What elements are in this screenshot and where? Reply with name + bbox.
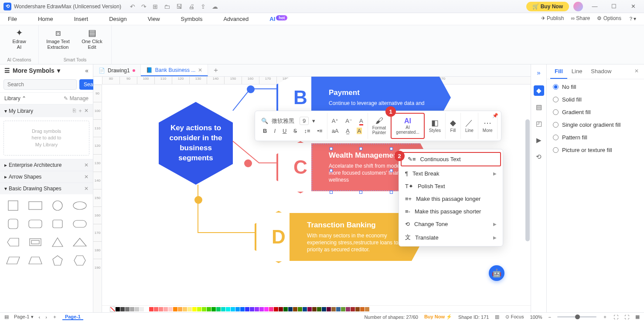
- color-swatch[interactable]: [202, 307, 206, 311]
- shape-frame[interactable]: [26, 234, 45, 250]
- menu-ai[interactable]: AIhot: [269, 16, 287, 22]
- shape-triangle-wide[interactable]: [70, 234, 89, 250]
- doc-tab-drawing1[interactable]: 📄Drawing1: [93, 64, 141, 76]
- color-swatch[interactable]: [168, 307, 173, 311]
- zoom-in-icon[interactable]: ＋: [603, 314, 607, 320]
- fill-option-gradient[interactable]: Gradient fill: [553, 109, 638, 115]
- line-spacing-button[interactable]: ↕≡: [302, 127, 312, 135]
- focus-mode[interactable]: ⊙ Focus: [505, 314, 524, 320]
- page-tab[interactable]: Page-1: [62, 314, 83, 320]
- fill-option-solid[interactable]: Solid fill: [553, 96, 638, 103]
- color-swatch[interactable]: [264, 307, 269, 311]
- color-swatch[interactable]: [274, 307, 278, 311]
- menu-file[interactable]: File: [8, 16, 17, 22]
- more-symbols-label[interactable]: More Symbols: [13, 67, 55, 74]
- manage-button[interactable]: ✎ Manage: [64, 95, 89, 101]
- diagram-title-hex[interactable]: Key actions to consider in the business …: [159, 102, 233, 185]
- page-list-icon[interactable]: ▤: [4, 314, 9, 320]
- publish-button[interactable]: ✈ Publish: [541, 15, 564, 23]
- color-swatch[interactable]: [312, 307, 317, 311]
- case-button[interactable]: aA: [330, 127, 341, 135]
- color-swatch[interactable]: [226, 307, 230, 311]
- color-swatch[interactable]: [298, 307, 302, 311]
- color-swatch[interactable]: [355, 307, 360, 311]
- color-swatch[interactable]: [259, 307, 264, 311]
- prev-page-icon[interactable]: ‹: [39, 314, 41, 320]
- close-lib-icon[interactable]: ✕: [84, 108, 89, 114]
- fit-page-icon[interactable]: ⛶: [613, 314, 618, 320]
- color-swatch[interactable]: [245, 307, 249, 311]
- fill-option-single-gradient[interactable]: Single color gradient fill: [553, 122, 638, 128]
- color-swatch[interactable]: [149, 307, 153, 311]
- page-dropdown[interactable]: Page-1 ▾: [14, 314, 34, 320]
- symbol-search-input[interactable]: [3, 79, 77, 90]
- user-avatar[interactable]: [573, 2, 583, 11]
- color-swatch[interactable]: [159, 307, 163, 311]
- layers-icon[interactable]: ▥: [495, 314, 499, 320]
- close-panel-icon[interactable]: ✕: [633, 64, 641, 79]
- menu-design[interactable]: Design: [109, 16, 126, 22]
- shape-pentagon[interactable]: [48, 253, 68, 268]
- library-label[interactable]: Library ⌃: [4, 95, 26, 101]
- color-swatch[interactable]: [279, 307, 283, 311]
- zoom-value[interactable]: 100%: [530, 314, 542, 320]
- style-panel-icon[interactable]: ◆: [534, 85, 544, 96]
- font-decrease-button[interactable]: A⁻: [344, 117, 354, 125]
- no-color-swatch[interactable]: [110, 307, 115, 312]
- text-fx-button[interactable]: A̲: [344, 127, 351, 135]
- color-swatch[interactable]: [288, 307, 293, 311]
- color-swatch[interactable]: [269, 307, 273, 311]
- add-page-icon[interactable]: ＋: [52, 314, 57, 320]
- menu-make-longer[interactable]: ≡+Make this passage longer: [399, 193, 503, 205]
- menu-translate[interactable]: 文Translate▶: [399, 230, 503, 244]
- tab-line[interactable]: Line: [567, 64, 587, 79]
- menu-insert[interactable]: Insert: [74, 16, 89, 22]
- menu-continuous-text[interactable]: ✎≡Continuous Text: [401, 152, 501, 166]
- selection-handle[interactable]: [390, 147, 393, 150]
- maximize-button[interactable]: ☐: [607, 1, 621, 12]
- fill-option-picture[interactable]: Picture or texture fill: [553, 147, 638, 153]
- color-swatch[interactable]: [360, 307, 365, 311]
- color-swatch[interactable]: [135, 307, 139, 311]
- color-swatch[interactable]: [255, 307, 259, 311]
- sheet-panel-icon[interactable]: ◰: [534, 118, 544, 129]
- doc-tab-bank-business[interactable]: 📘Bank Business ...✕: [141, 64, 208, 76]
- canvas[interactable]: Key actions to consider in the business …: [102, 84, 531, 312]
- color-swatch[interactable]: [365, 307, 369, 311]
- selection-handle[interactable]: [330, 191, 333, 194]
- color-swatch[interactable]: [351, 307, 355, 311]
- bold-button[interactable]: B: [261, 127, 269, 135]
- redo-icon[interactable]: ↷: [141, 3, 147, 10]
- ai-generated-button[interactable]: AIAI generated...: [391, 113, 424, 139]
- shape-tag[interactable]: [3, 234, 23, 250]
- selection-handle[interactable]: [390, 191, 393, 194]
- styles-button[interactable]: ◧Styles: [425, 113, 446, 139]
- fill-button[interactable]: ◆Fill: [446, 113, 461, 139]
- color-swatch[interactable]: [336, 307, 341, 311]
- color-swatch[interactable]: [216, 307, 221, 311]
- open-icon[interactable]: 🗀: [164, 3, 170, 10]
- export-icon[interactable]: ⇪: [201, 3, 206, 10]
- minimize-button[interactable]: —: [587, 1, 602, 12]
- share-button[interactable]: ∞ Share: [571, 15, 590, 23]
- close-icon[interactable]: ✕: [84, 162, 89, 168]
- menu-change-tone[interactable]: ⟲Change Tone▶: [399, 218, 503, 230]
- color-swatch[interactable]: [240, 307, 245, 311]
- zoom-slider[interactable]: [557, 316, 596, 318]
- pin-icon[interactable]: 📌: [492, 113, 498, 118]
- shape-triangle[interactable]: [48, 234, 68, 250]
- shape-stadium[interactable]: [70, 216, 89, 232]
- cloud-icon[interactable]: ☁: [212, 3, 218, 10]
- options-button[interactable]: ⚙ Options: [597, 15, 621, 23]
- tab-shadow[interactable]: Shadow: [586, 64, 616, 79]
- font-color-button[interactable]: A: [358, 117, 365, 125]
- presentation-panel-icon[interactable]: ▶: [534, 135, 544, 145]
- font-name[interactable]: 微软雅黑: [272, 117, 296, 125]
- color-swatch[interactable]: [331, 307, 336, 311]
- next-page-icon[interactable]: ›: [45, 314, 47, 320]
- color-swatch[interactable]: [293, 307, 297, 311]
- menu-text-break[interactable]: ¶Text Break▶: [399, 167, 503, 180]
- color-swatch[interactable]: [197, 307, 201, 311]
- color-swatch[interactable]: [221, 307, 225, 311]
- chevron-down-icon[interactable]: ▾: [57, 67, 60, 74]
